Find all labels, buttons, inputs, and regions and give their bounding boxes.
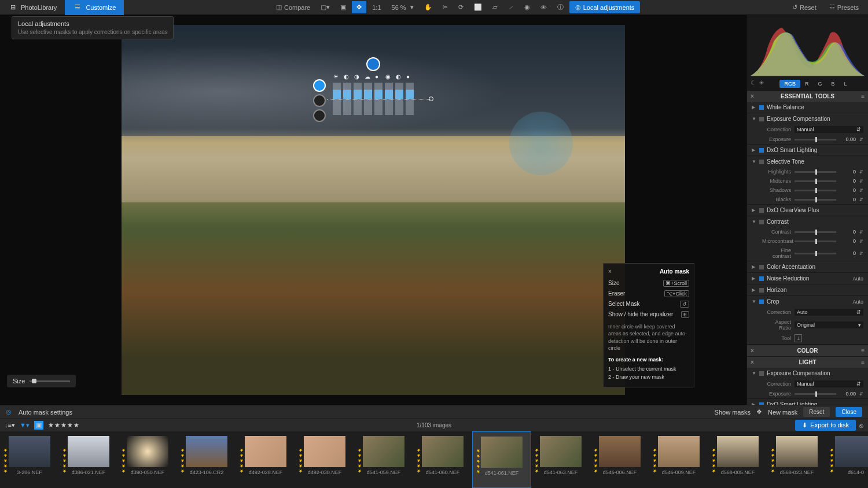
new-mask-button[interactable]: New mask (768, 409, 797, 416)
equalizer-pin-icon[interactable] (366, 57, 380, 71)
filmstrip[interactable]: ★★★★★ 3-286.NEF★★★★★ d386-021.NEF★★★★★ d… (0, 431, 868, 488)
sort-icon[interactable]: ↓≡▾ (5, 422, 15, 429)
presets-icon: ☷ (829, 3, 835, 11)
histogram-channel-r[interactable]: R (800, 80, 814, 88)
automask-icon[interactable]: ◎ (6, 408, 12, 416)
histogram-channel-b[interactable]: B (827, 80, 840, 88)
thumbnail[interactable]: ★★★★★ d614-0 (826, 431, 868, 488)
section-white-balance[interactable]: ▶White Balance (747, 102, 868, 113)
highlight-clip-icon[interactable]: ☀ (759, 79, 764, 87)
compare-button[interactable]: ◫ Compare (271, 1, 315, 13)
thumbnail[interactable]: ★★★★★ d568-023.NEF (767, 431, 826, 488)
mask-brush-preview[interactable] (509, 112, 573, 175)
pin-light[interactable] (313, 79, 326, 92)
section-clearview[interactable]: ▶DxO ClearView Plus (747, 205, 868, 216)
share-icon[interactable]: ⎋ (859, 422, 863, 429)
stepper-icon[interactable]: ⇵ (859, 137, 863, 142)
thumbnail[interactable]: ★★★★★ d423-106.CR2 (177, 431, 236, 488)
section-exposure-comp[interactable]: ▼Exposure Compensation (747, 113, 868, 124)
histogram-channel-rgb[interactable]: RGB (779, 80, 800, 88)
microcontrast-slider[interactable] (795, 241, 836, 242)
thumbnail[interactable]: ★★★★★ d541-060.NEF (413, 431, 472, 488)
panel-light-header[interactable]: ×LIGHT≡ (747, 356, 868, 368)
thumb-image (127, 436, 168, 467)
close-icon[interactable]: × (751, 93, 754, 99)
ruler-tool-button[interactable]: ▱ (488, 1, 502, 13)
menu-icon[interactable]: ≡ (861, 93, 865, 99)
perspective-tool-button[interactable]: ⬜ (469, 1, 487, 13)
mask-close-button[interactable]: Close (836, 407, 862, 417)
horizon-tool-button[interactable]: ⟳ (454, 1, 468, 13)
exposure-slider[interactable] (795, 139, 836, 141)
section-noise-reduction[interactable]: ▶Noise ReductionAuto (747, 273, 868, 284)
section-selective-tone[interactable]: ▼Selective Tone (747, 156, 868, 167)
tab-photolibrary[interactable]: ⊞ PhotoLibrary (0, 0, 65, 15)
thumbnail[interactable]: ★★★★★ d546-009.NEF (649, 431, 708, 488)
section-exposure-comp-2[interactable]: ▼Exposure Compensation (747, 368, 868, 379)
thumbnail[interactable]: ★★★★★ d390-050.NEF (118, 431, 177, 488)
contrast-slider[interactable] (795, 231, 836, 233)
zoom-ratio-button[interactable]: 1:1 (367, 2, 385, 13)
histogram-channel-g[interactable]: G (813, 80, 826, 88)
shadows-slider[interactable] (795, 190, 836, 191)
redeye-tool-button[interactable]: ◉ (520, 1, 535, 13)
finecontrast-slider[interactable] (795, 253, 836, 254)
panel-color-header[interactable]: ×COLOR≡ (747, 345, 868, 356)
thumbnail[interactable]: ★★★★★ d541-059.NEF (354, 431, 413, 488)
filter-icon[interactable]: ▼▾ (20, 422, 30, 429)
thumbnail[interactable]: ★★★★★ d541-061.NEF (472, 431, 531, 488)
thumbnail[interactable]: ★★★★★ d386-021.NEF (59, 431, 118, 488)
canvas[interactable]: ☀ ◐ ◑ ☁ ● ◉ ◐ ● (0, 15, 746, 405)
histogram-channel-l[interactable]: L (840, 80, 852, 88)
section-smart-lighting-2[interactable]: ▶DxO Smart Lighting (747, 399, 868, 405)
show-masks-toggle[interactable]: Show masks (715, 409, 751, 416)
view-grid-button[interactable]: ▣ (336, 1, 351, 13)
photo-preview[interactable]: ☀ ◐ ◑ ☁ ● ◉ ◐ ● (122, 25, 625, 395)
layers-icon[interactable]: ❖ (756, 408, 762, 416)
section-horizon[interactable]: ▶Horizon (747, 284, 868, 295)
section-crop[interactable]: ▼CropAuto (747, 296, 868, 307)
section-contrast[interactable]: ▼Contrast (747, 216, 868, 227)
move-tool-button[interactable]: ✥ (352, 1, 366, 13)
rating-filter[interactable]: ★★★★★ (48, 422, 80, 429)
correction-select[interactable]: Manual⇵ (795, 126, 863, 133)
zoom-pct[interactable]: 56 % ▾ (387, 1, 418, 13)
tab-customize[interactable]: ☰ Customize (65, 0, 124, 15)
section-color-accentuation[interactable]: ▶Color Accentuation (747, 261, 868, 272)
thumbnail[interactable]: ★★★★★ 3-286.NEF (0, 431, 59, 488)
export-button[interactable]: ⬇ Export to disk (795, 420, 856, 431)
brush-size-slider[interactable]: Size (7, 375, 76, 387)
thumbnail[interactable]: ★★★★★ d541-063.NEF (531, 431, 590, 488)
pin-detail[interactable] (313, 109, 326, 122)
eye-tool-button[interactable]: 👁 (536, 2, 551, 13)
folder-icon[interactable]: ▣ (34, 421, 43, 430)
automask-settings-label[interactable]: Auto mask settings (19, 409, 72, 416)
highlights-slider[interactable] (795, 171, 836, 173)
thumb-filename: d546-006.NEF (593, 469, 647, 475)
mask-reset-button[interactable]: Reset (803, 407, 830, 417)
aspect-ratio-select[interactable]: Original▾ (795, 321, 863, 328)
blacks-slider[interactable] (795, 199, 836, 201)
equalizer-hud[interactable]: ☀ ◐ ◑ ☁ ● ◉ ◐ ● (333, 57, 414, 115)
thumbnail[interactable]: ★★★★★ d546-006.NEF (590, 431, 649, 488)
thumbnail[interactable]: ★★★★★ d568-005.NEF (708, 431, 767, 488)
midtones-slider[interactable] (795, 180, 836, 182)
repair-tool-button[interactable]: ⟋ (503, 2, 518, 13)
presets-button[interactable]: ☷ Presets (825, 1, 863, 13)
crop-tool-icon[interactable]: ⟂ (795, 334, 802, 342)
close-icon[interactable]: × (608, 268, 612, 275)
crop-correction-select[interactable]: Auto⇵ (795, 309, 863, 316)
equalizer-bars[interactable] (333, 83, 414, 115)
hand-tool-button[interactable]: ✋ (420, 1, 437, 13)
local-adjustments-button[interactable]: ◎ Local adjustments (569, 1, 641, 13)
crop-tool-button[interactable]: ✂ (438, 1, 453, 13)
thumbnail[interactable]: ★★★★★ d492-030.NEF (295, 431, 354, 488)
panel-essential-header[interactable]: × ESSENTIAL TOOLS ≡ (747, 90, 868, 102)
info-button[interactable]: ⓘ (553, 1, 568, 14)
shadow-clip-icon[interactable]: ☾ (751, 79, 756, 87)
view-single-button[interactable]: ▢▾ (316, 1, 334, 13)
reset-button[interactable]: ↺ Reset (788, 1, 821, 13)
section-smart-lighting[interactable]: ▶DxO Smart Lighting (747, 145, 868, 156)
thumbnail[interactable]: ★★★★★ d492-028.NEF (236, 431, 295, 488)
pin-color[interactable] (313, 94, 326, 107)
